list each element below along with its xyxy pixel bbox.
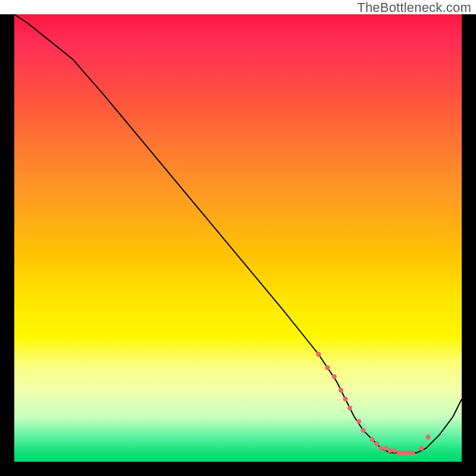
curve-marker [343, 397, 348, 402]
curve-marker [419, 446, 424, 450]
chart-svg-layer [14, 14, 462, 462]
curve-marker [392, 448, 397, 453]
curve-marker [325, 365, 330, 370]
curve-marker [401, 450, 406, 455]
curve-marker [332, 374, 337, 379]
curve-marker [426, 435, 431, 440]
curve-marker [410, 450, 415, 455]
curve-marker [347, 406, 352, 411]
curve-marker [388, 448, 393, 453]
curve-marker [406, 450, 411, 455]
bottleneck-curve [14, 14, 462, 453]
curve-marker [383, 446, 388, 450]
curve-marker [374, 441, 379, 446]
curve-marker [316, 352, 321, 357]
curve-marker [370, 437, 375, 441]
curve-marker [397, 450, 402, 455]
marker-group [316, 352, 430, 456]
curve-marker [339, 388, 343, 393]
curve-marker [356, 419, 361, 424]
chart-frame: TheBottleneck.com [0, 0, 476, 476]
curve-marker [379, 446, 384, 450]
watermark-text: TheBottleneck.com [357, 0, 471, 15]
curve-marker [361, 428, 366, 433]
chart-plot-area [14, 14, 462, 462]
